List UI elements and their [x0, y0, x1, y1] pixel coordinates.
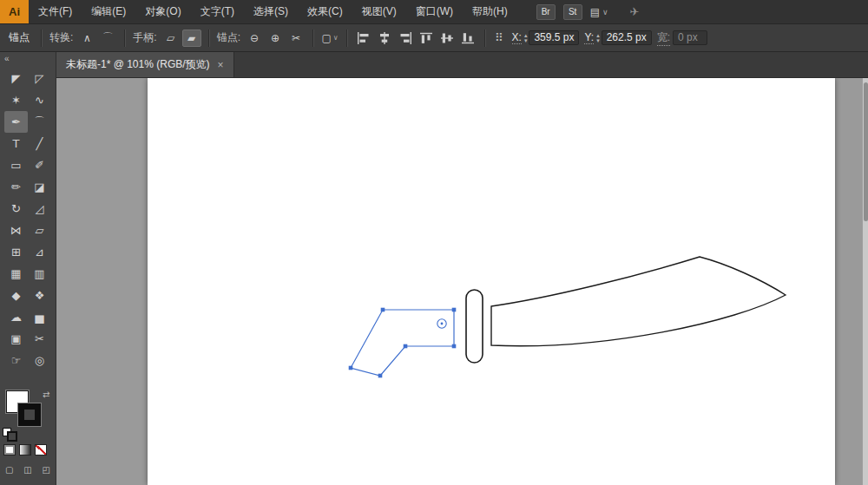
width-label[interactable]: 宽: — [657, 30, 670, 46]
convert-smooth-button[interactable]: ⌒ — [98, 29, 117, 47]
menu-effect[interactable]: 效果(C) — [298, 0, 352, 23]
align-left-button[interactable] — [354, 29, 373, 47]
line-tool[interactable]: ╱ — [28, 133, 51, 154]
connect-endpoints-button[interactable]: ⊕ — [266, 29, 285, 47]
align-bottom-button[interactable] — [458, 29, 477, 47]
curvature-tool[interactable]: ⌒ — [28, 111, 51, 133]
stepper-down-icon[interactable]: ▾ — [596, 38, 600, 43]
anchor-point[interactable] — [349, 366, 353, 370]
remove-anchor-icon: ⊖ — [250, 32, 259, 44]
pencil-tool[interactable]: ✏ — [4, 176, 28, 198]
x-input[interactable]: 359.5 px — [529, 30, 579, 45]
align-top-button[interactable] — [417, 29, 436, 47]
document-tab[interactable]: 未标题-1* @ 101% (RGB/预览) × — [56, 52, 234, 77]
mesh-tool[interactable]: ▦ — [4, 263, 28, 285]
anchor-point[interactable] — [381, 308, 385, 312]
direct-selection-tool[interactable]: ◸ — [28, 68, 51, 89]
guard-shape[interactable] — [466, 290, 483, 363]
selection-tool[interactable]: ◤ — [4, 68, 28, 89]
menu-edit[interactable]: 编辑(E) — [82, 0, 135, 23]
default-fill-stroke-icon[interactable] — [3, 428, 16, 440]
workspace: 未标题-1* @ 101% (RGB/预览) × — [56, 52, 868, 485]
vertical-scrollbar[interactable] — [862, 78, 868, 485]
rotate-tool[interactable]: ↻ — [4, 198, 28, 220]
blend-tool[interactable]: ❖ — [28, 285, 51, 306]
y-label[interactable]: Y: — [584, 31, 594, 44]
type-tool[interactable]: T — [4, 133, 28, 154]
anchor-point[interactable] — [404, 344, 408, 349]
column-graph-tool[interactable]: ▅ — [28, 306, 51, 328]
width-tool[interactable]: ⋈ — [4, 220, 28, 241]
menu-object[interactable]: 对象(O) — [135, 0, 190, 23]
anchor-point[interactable] — [378, 374, 383, 378]
gradient-tool[interactable]: ▥ — [28, 263, 51, 285]
x-label[interactable]: X: — [512, 31, 522, 44]
tools-panel: « ◤◸✶∿✒⌒T╱▭✐✏◪↻◿⋈▱⊞⊿▦▥◆❖☁▅▣✂☞◎ ⇄ ▢ ◫ ◰ — [0, 52, 56, 485]
workspace-switcher[interactable]: ▤ ∨ — [590, 6, 608, 18]
menu-type[interactable]: 文字(T) — [191, 0, 244, 23]
reference-point-icon[interactable]: ⠿ — [495, 31, 503, 44]
hide-handles-button[interactable]: ▱ — [161, 29, 181, 47]
menu-window[interactable]: 窗口(W) — [406, 0, 463, 23]
hand-tool[interactable]: ☞ — [4, 350, 28, 371]
artboard-tool[interactable]: ▣ — [4, 328, 28, 350]
magic-wand-tool[interactable]: ✶ — [4, 89, 28, 111]
menu-select[interactable]: 选择(S) — [244, 0, 298, 23]
context-label: 锚点 — [9, 30, 30, 45]
selected-handle-path[interactable] — [351, 310, 454, 376]
menu-file[interactable]: 文件(F) — [29, 0, 82, 23]
gradient-button[interactable] — [19, 444, 31, 456]
symbol-sprayer-tool[interactable]: ☁ — [4, 306, 28, 328]
show-handles-button[interactable]: ▰ — [182, 29, 201, 47]
eyedropper-tool[interactable]: ◆ — [4, 285, 28, 306]
scrollbar-thumb[interactable] — [864, 82, 868, 221]
paintbrush-tool[interactable]: ✐ — [28, 154, 51, 176]
perspective-grid-tool[interactable]: ⊿ — [28, 241, 51, 263]
anchor-point[interactable] — [452, 344, 457, 349]
scale-tool[interactable]: ◿ — [28, 198, 51, 220]
tools-grid: ◤◸✶∿✒⌒T╱▭✐✏◪↻◿⋈▱⊞⊿▦▥◆❖☁▅▣✂☞◎ — [0, 66, 56, 371]
isolate-button[interactable]: ▢ ∨ — [320, 29, 339, 47]
share-icon[interactable]: ✈ — [630, 5, 640, 18]
cut-path-button[interactable]: ✂ — [286, 29, 306, 47]
convert-corner-button[interactable]: ∧ — [77, 29, 96, 47]
anchor-point[interactable] — [452, 308, 457, 312]
zoom-tool[interactable]: ◎ — [28, 350, 51, 371]
collapse-panel-button[interactable]: « — [0, 52, 56, 66]
blade-shape[interactable] — [491, 257, 786, 346]
shape-builder-tool[interactable]: ⊞ — [4, 241, 28, 263]
document-tab-title: 未标题-1* @ 101% (RGB/预览) — [66, 57, 210, 72]
bridge-button[interactable]: Br — [536, 4, 556, 20]
menu-view[interactable]: 视图(V) — [352, 0, 406, 23]
draw-normal-icon[interactable]: ▢ — [5, 465, 13, 475]
screen-mode-icon[interactable]: ◰ — [43, 465, 50, 475]
y-stepper[interactable]: ▴ ▾ — [596, 33, 600, 43]
tab-close-icon[interactable]: × — [218, 59, 224, 71]
convert-label: 转换: — [49, 30, 73, 45]
color-button[interactable] — [3, 444, 16, 456]
anchors-label: 锚点: — [217, 30, 240, 45]
swap-fill-stroke-icon[interactable]: ⇄ — [43, 390, 49, 399]
width-input[interactable]: 0 px — [673, 30, 707, 45]
slice-tool[interactable]: ✂ — [28, 328, 51, 350]
canvas[interactable] — [56, 78, 868, 485]
free-transform-tool[interactable]: ▱ — [28, 220, 51, 241]
control-bar: 锚点 转换: ∧ ⌒ 手柄: ▱ ▰ 锚点: ⊖ ⊕ ✂ ▢ ∨ — [0, 24, 868, 52]
y-input[interactable]: 262.5 px — [602, 30, 652, 45]
none-button[interactable] — [35, 444, 47, 456]
align-middle-button[interactable] — [437, 29, 457, 47]
menu-help[interactable]: 帮助(H) — [463, 0, 517, 23]
align-right-button[interactable] — [396, 29, 415, 47]
remove-anchor-button[interactable]: ⊖ — [245, 29, 264, 47]
eraser-tool[interactable]: ◪ — [28, 176, 51, 198]
x-stepper[interactable]: ▴ ▾ — [524, 33, 528, 43]
draw-behind-icon[interactable]: ◫ — [23, 465, 31, 475]
lasso-tool[interactable]: ∿ — [28, 89, 51, 111]
separator — [346, 29, 347, 47]
stepper-down-icon[interactable]: ▾ — [524, 38, 528, 43]
pen-tool[interactable]: ✒ — [4, 111, 28, 133]
stock-button[interactable]: St — [563, 4, 582, 20]
rectangle-tool[interactable]: ▭ — [4, 154, 28, 176]
stroke-swatch[interactable] — [18, 403, 41, 426]
align-center-button[interactable] — [375, 29, 394, 47]
